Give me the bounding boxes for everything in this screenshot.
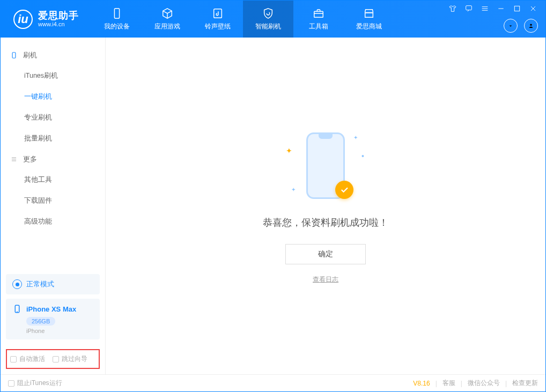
sidebar-item-oneclick-flash[interactable]: 一键刷机 — [1, 86, 105, 107]
window-controls — [448, 1, 545, 38]
app-window: iu 爱思助手 www.i4.cn 我的设备 应用游戏 铃声壁纸 智能刷机 — [0, 0, 546, 392]
body: 刷机 iTunes刷机 一键刷机 专业刷机 批量刷机 更多 其他工具 下载固件 … — [1, 38, 545, 374]
logo-icon: iu — [13, 10, 33, 29]
result-panel: ✦ ✦ ✦ • 恭喜您，保资料刷机成功啦！ 确定 查看日志 — [263, 128, 388, 284]
sidebar-item-advanced[interactable]: 高级功能 — [1, 211, 105, 232]
main-content: ✦ ✦ ✦ • 恭喜您，保资料刷机成功啦！ 确定 查看日志 — [106, 38, 545, 374]
feedback-icon[interactable] — [464, 4, 474, 13]
svg-rect-6 — [12, 53, 16, 58]
checkbox-icon — [8, 380, 14, 387]
briefcase-icon — [313, 8, 324, 19]
ok-button[interactable]: 确定 — [285, 244, 366, 264]
phone-icon — [10, 51, 18, 59]
mode-dot-icon — [12, 279, 22, 289]
success-message: 恭喜您，保资料刷机成功啦！ — [263, 216, 388, 229]
sparkle-icon: • — [361, 152, 364, 160]
section-more[interactable]: 更多 — [1, 149, 105, 169]
cube-icon — [161, 8, 173, 19]
main-tabs: 我的设备 应用游戏 铃声壁纸 智能刷机 工具箱 爱思商城 — [92, 1, 394, 38]
close-button[interactable] — [528, 4, 538, 13]
sidebar: 刷机 iTunes刷机 一键刷机 专业刷机 批量刷机 更多 其他工具 下载固件 … — [1, 38, 106, 374]
footer: 阻止iTunes运行 V8.16 | 客服 | 微信公众号 | 检查更新 — [1, 374, 545, 391]
check-badge-icon — [335, 181, 353, 199]
checkbox-skip-guide[interactable]: 跳过向导 — [53, 354, 87, 364]
success-illustration: ✦ ✦ ✦ • — [283, 128, 368, 203]
tab-smart-flash[interactable]: 智能刷机 — [243, 1, 293, 38]
app-url: www.i4.cn — [38, 21, 79, 27]
minimize-button[interactable] — [496, 4, 506, 13]
device-type: iPhone — [26, 328, 93, 334]
footer-link-wechat[interactable]: 微信公众号 — [468, 379, 500, 388]
svg-rect-2 — [314, 11, 323, 17]
svg-point-5 — [530, 24, 532, 26]
footer-link-support[interactable]: 客服 — [442, 379, 455, 388]
sparkle-icon: ✦ — [353, 135, 358, 140]
titlebar: iu 爱思助手 www.i4.cn 我的设备 应用游戏 铃声壁纸 智能刷机 — [1, 1, 545, 38]
app-name: 爱思助手 — [38, 11, 79, 21]
music-note-icon — [212, 8, 224, 19]
tab-apps-games[interactable]: 应用游戏 — [142, 1, 193, 38]
version-label: V8.16 — [413, 380, 430, 387]
checkbox-block-itunes[interactable]: 阻止iTunes运行 — [8, 379, 62, 388]
device-mode-card[interactable]: 正常模式 — [6, 274, 100, 294]
footer-link-update[interactable]: 检查更新 — [512, 379, 538, 388]
device-icon — [111, 8, 123, 19]
account-button[interactable] — [524, 19, 538, 33]
tab-my-device[interactable]: 我的设备 — [92, 1, 142, 38]
device-capacity: 256GB — [26, 317, 55, 326]
sidebar-item-itunes-flash[interactable]: iTunes刷机 — [1, 65, 105, 86]
maximize-button[interactable] — [512, 4, 522, 13]
sidebar-item-batch-flash[interactable]: 批量刷机 — [1, 128, 105, 149]
tab-toolbox[interactable]: 工具箱 — [293, 1, 344, 38]
svg-rect-0 — [114, 8, 119, 18]
tab-ringtone-wallpaper[interactable]: 铃声壁纸 — [193, 1, 243, 38]
shield-refresh-icon — [262, 8, 274, 19]
sidebar-item-download-firmware[interactable]: 下载固件 — [1, 190, 105, 211]
download-button[interactable] — [504, 19, 518, 33]
tab-store[interactable]: 爱思商城 — [344, 1, 394, 38]
svg-rect-1 — [214, 9, 222, 18]
checkbox-icon — [53, 356, 59, 363]
checkbox-icon — [10, 356, 17, 363]
section-flash[interactable]: 刷机 — [1, 45, 105, 65]
view-log-link[interactable]: 查看日志 — [313, 275, 338, 284]
checkbox-highlight-box: 自动激活 跳过向导 — [6, 349, 100, 369]
list-icon — [10, 156, 18, 163]
store-icon — [363, 8, 375, 19]
logo[interactable]: iu 爱思助手 www.i4.cn — [1, 1, 92, 38]
shirt-icon[interactable] — [448, 4, 458, 13]
sidebar-item-other-tools[interactable]: 其他工具 — [1, 169, 105, 190]
sparkle-icon: ✦ — [291, 187, 296, 193]
sparkle-icon: ✦ — [286, 146, 292, 155]
device-phone-card[interactable]: iPhone XS Max 256GB iPhone — [6, 299, 100, 339]
menu-icon[interactable] — [480, 4, 490, 13]
svg-rect-4 — [514, 6, 519, 11]
checkbox-auto-activate[interactable]: 自动激活 — [10, 354, 45, 364]
svg-rect-3 — [466, 6, 472, 10]
device-cards: 正常模式 iPhone XS Max 256GB iPhone — [1, 269, 105, 345]
phone-outline-icon — [12, 304, 22, 314]
sidebar-item-pro-flash[interactable]: 专业刷机 — [1, 107, 105, 128]
